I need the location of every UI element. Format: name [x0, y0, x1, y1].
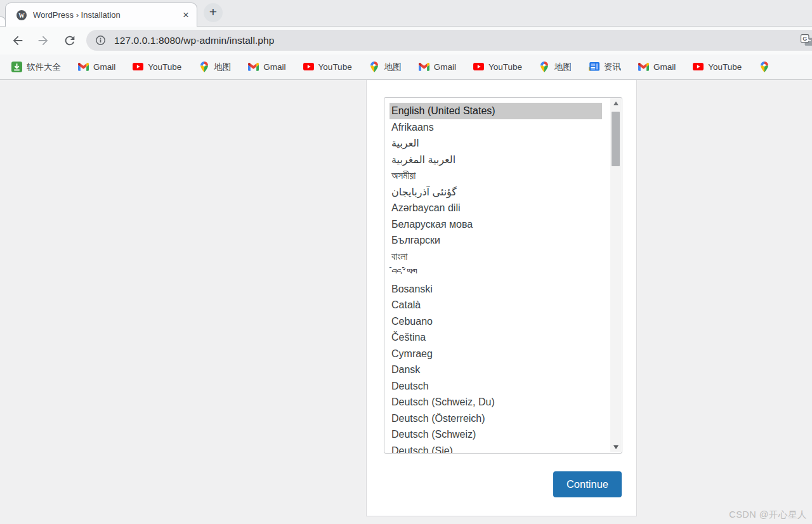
tab-close-icon[interactable]: ×	[181, 10, 190, 20]
bookmark-label: YouTube	[148, 62, 181, 72]
bookmark-item[interactable]: Gmail	[248, 62, 285, 72]
bookmark-label: Gmail	[93, 62, 115, 72]
gmail-icon	[419, 62, 429, 72]
bookmark-item[interactable]: Gmail	[638, 62, 676, 72]
url-text[interactable]: 127.0.0.1:8080/wp-admin/install.php	[114, 35, 275, 46]
language-option[interactable]: English (United States)	[390, 103, 602, 119]
tab-title: WordPress › Installation	[33, 10, 181, 20]
language-option[interactable]: Azərbaycan dili	[390, 200, 602, 216]
page-viewport: English (United States)Afrikaansالعربيةا…	[0, 80, 812, 523]
continue-button[interactable]: Continue	[553, 471, 622, 497]
bookmark-label: 资讯	[604, 62, 621, 73]
maps-pin-icon	[199, 62, 209, 72]
bookmark-item[interactable]: 资讯	[589, 62, 621, 73]
language-option[interactable]: Afrikaans	[390, 119, 602, 136]
language-option[interactable]: অসমীয়া	[390, 167, 602, 184]
maps-pin-icon	[539, 62, 550, 72]
gmail-icon	[638, 62, 649, 72]
listbox-scrollbar[interactable]	[610, 98, 621, 452]
language-option[interactable]: العربية المغربية	[390, 152, 602, 168]
gmail-icon	[78, 62, 89, 72]
wordpress-favicon-icon: W	[16, 10, 27, 20]
maps-pin-icon	[369, 62, 380, 72]
language-option[interactable]: Català	[390, 297, 602, 313]
bookmark-item[interactable]: YouTube	[473, 62, 522, 72]
language-listbox-options: English (United States)Afrikaansالعربيةا…	[384, 98, 611, 453]
bookmark-label: 地图	[214, 62, 231, 73]
language-option[interactable]: Bosanski	[390, 281, 602, 298]
bookmark-item[interactable]: 地图	[369, 62, 402, 73]
scrollbar-up-icon[interactable]	[610, 98, 621, 108]
bookmark-item[interactable]: Gmail	[78, 62, 115, 72]
tab-strip: W WordPress › Installation × +	[0, 0, 812, 27]
site-info-icon[interactable]	[95, 35, 106, 46]
browser-tab[interactable]: W WordPress › Installation ×	[5, 3, 197, 27]
youtube-icon	[473, 62, 484, 72]
download-icon	[11, 62, 22, 72]
language-option[interactable]: Cymraeg	[390, 346, 602, 362]
news-icon	[589, 62, 599, 72]
language-option[interactable]: Deutsch (Schweiz)	[390, 426, 602, 443]
bookmarks-bar: 软件大全GmailYouTube地图GmailYouTube地图GmailYou…	[0, 55, 812, 80]
svg-text:G: G	[802, 36, 807, 42]
new-tab-button[interactable]: +	[204, 3, 223, 22]
back-icon[interactable]	[11, 34, 25, 48]
forward-icon[interactable]	[36, 34, 50, 48]
bookmark-item[interactable]: YouTube	[303, 62, 352, 72]
bookmark-item[interactable]: 软件大全	[11, 62, 61, 73]
scrollbar-down-icon[interactable]	[610, 442, 621, 452]
language-option[interactable]: Deutsch	[390, 378, 602, 395]
language-option[interactable]: Български	[390, 232, 602, 249]
language-option[interactable]: Deutsch (Schweiz, Du)	[390, 394, 602, 410]
language-listbox[interactable]: English (United States)Afrikaansالعربيةا…	[384, 97, 622, 454]
language-option[interactable]: Deutsch (Österreich)	[390, 410, 602, 427]
install-card: English (United States)Afrikaansالعربيةا…	[366, 80, 637, 516]
bookmark-label: 地图	[384, 62, 402, 73]
language-option[interactable]: বাংলা	[390, 249, 602, 265]
browser-toolbar: 127.0.0.1:8080/wp-admin/install.php G	[0, 27, 812, 55]
translate-icon[interactable]: G	[801, 34, 812, 46]
bookmark-item[interactable]: Gmail	[419, 62, 456, 72]
bookmark-label: Gmail	[263, 62, 285, 72]
screen: { "colors": { "accent": "#2173b2", "sele…	[0, 0, 812, 524]
gmail-icon	[248, 62, 259, 72]
maps-pin-icon	[759, 62, 769, 72]
bookmark-label: YouTube	[708, 62, 742, 72]
bookmark-label: YouTube	[488, 62, 522, 72]
reload-icon[interactable]	[63, 34, 77, 48]
language-option[interactable]: བོད་ཡིག	[390, 265, 602, 281]
language-option[interactable]: Čeština	[390, 329, 602, 346]
svg-text:W: W	[18, 12, 25, 18]
bookmark-item[interactable]: YouTube	[133, 62, 181, 72]
language-option[interactable]: Беларуская мова	[390, 216, 602, 233]
bookmark-item[interactable]: YouTube	[693, 62, 742, 72]
bookmark-label: 地图	[554, 62, 572, 73]
language-option[interactable]: العربية	[390, 135, 602, 152]
bookmark-item[interactable]	[759, 62, 769, 72]
bookmark-item[interactable]: 地图	[539, 62, 572, 73]
language-option[interactable]: گؤنئی آذربایجان	[390, 184, 602, 200]
youtube-icon	[133, 62, 143, 72]
youtube-icon	[693, 62, 704, 72]
browser-chrome: W WordPress › Installation × + 127.0.0.1…	[0, 0, 812, 80]
bookmark-label: 软件大全	[27, 62, 61, 73]
bookmark-label: Gmail	[653, 62, 676, 72]
form-actions: Continue	[553, 471, 622, 497]
language-option[interactable]: Cebuano	[390, 313, 602, 330]
scrollbar-thumb[interactable]	[612, 112, 620, 166]
language-option[interactable]: Deutsch (Sie)	[390, 443, 602, 454]
bookmark-label: YouTube	[318, 62, 352, 72]
language-option[interactable]: Dansk	[390, 362, 602, 378]
youtube-icon	[303, 62, 314, 72]
address-bar[interactable]: 127.0.0.1:8080/wp-admin/install.php G	[86, 30, 812, 51]
watermark: CSDN @开心星人	[729, 509, 807, 521]
bookmark-item[interactable]: 地图	[199, 62, 231, 73]
bookmark-label: Gmail	[434, 62, 456, 72]
